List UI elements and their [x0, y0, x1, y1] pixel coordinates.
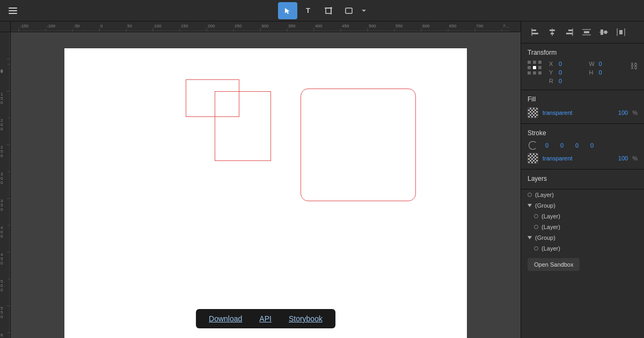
svg-text:400: 400: [315, 24, 323, 28]
svg-text:100: 100: [154, 24, 162, 28]
ruler-left: 1 0 0 1 5 0 2 0 0 2 5 0 3 0 0: [0, 32, 11, 338]
svg-text:0: 0: [1, 180, 3, 185]
origin-dot-ml: [528, 66, 531, 69]
shape-rect-3[interactable]: [301, 89, 416, 201]
svg-text:700: 700: [476, 24, 484, 28]
open-sandbox-button[interactable]: Open Sandbox: [528, 258, 580, 271]
align-left-btn[interactable]: [528, 26, 543, 39]
tools-dropdown-icon: [362, 10, 366, 12]
layer-group-2[interactable]: (Group): [521, 232, 644, 243]
svg-rect-97: [550, 30, 555, 31]
layer-item-3[interactable]: (Layer): [521, 222, 644, 232]
stroke-v2[interactable]: 0: [557, 142, 567, 149]
align-middle-h-btn[interactable]: [596, 26, 611, 39]
distribute-v-btn[interactable]: [579, 26, 594, 39]
crop-tool-btn[interactable]: [319, 2, 338, 19]
svg-rect-94: [532, 30, 536, 31]
stroke-percent-label: %: [632, 155, 638, 161]
distribute-h-btn[interactable]: [613, 26, 628, 39]
stroke-title: Stroke: [528, 129, 638, 137]
stroke-color-name[interactable]: transparent: [543, 155, 608, 161]
stroke-color-row: transparent 100 %: [528, 153, 638, 164]
r-input[interactable]: [559, 78, 580, 84]
fill-opacity-value[interactable]: 100: [612, 109, 628, 116]
ruler-corner: [0, 21, 11, 32]
layer-label-3: (Layer): [541, 224, 560, 230]
svg-text:0: 0: [1, 314, 3, 319]
svg-text:-150: -150: [20, 24, 29, 28]
w-label: W: [589, 61, 597, 67]
origin-dot-bl: [528, 71, 531, 75]
fill-color-name[interactable]: transparent: [543, 109, 608, 116]
stroke-checkerboard: [528, 153, 538, 163]
layer-item-1[interactable]: (Layer): [521, 189, 644, 200]
download-link[interactable]: Download: [209, 314, 242, 323]
select-tool-btn[interactable]: [278, 2, 297, 19]
layer-dot-icon-4: [534, 246, 538, 251]
svg-rect-4: [326, 8, 331, 13]
api-link[interactable]: API: [259, 314, 272, 323]
svg-text:0: 0: [1, 153, 3, 158]
canvas-container[interactable]: -150 -100 -50 0 50 100 150: [0, 21, 521, 338]
x-input[interactable]: [559, 61, 580, 67]
svg-text:0: 0: [1, 127, 3, 131]
fill-row: transparent 100 %: [528, 107, 638, 118]
shape-rect-2[interactable]: [215, 91, 271, 161]
frame-tool-btn[interactable]: [339, 2, 358, 19]
svg-rect-7: [346, 8, 352, 13]
storybook-link[interactable]: Storybook: [289, 314, 323, 323]
svg-rect-2: [9, 13, 17, 14]
ruler-top: -150 -100 -50 0 50 100 150: [11, 21, 521, 32]
svg-text:-100: -100: [47, 24, 56, 28]
main-area: -150 -100 -50 0 50 100 150: [0, 21, 644, 338]
stroke-v1[interactable]: 0: [541, 142, 552, 149]
origin-dot-tr: [538, 61, 541, 64]
svg-rect-100: [568, 30, 573, 31]
layer-label-2: (Layer): [541, 213, 560, 219]
svg-text:0: 0: [1, 100, 3, 105]
svg-text:50: 50: [127, 24, 132, 28]
svg-rect-104: [584, 31, 589, 33]
align-right-btn[interactable]: [562, 26, 577, 39]
svg-text:300: 300: [261, 24, 269, 28]
stroke-corner-icon: [529, 141, 537, 150]
svg-text:0: 0: [1, 69, 3, 74]
stroke-opacity-value[interactable]: 100: [612, 155, 628, 161]
stroke-v3[interactable]: 0: [572, 142, 582, 149]
group-label-2: (Group): [535, 234, 555, 241]
svg-marker-3: [285, 8, 290, 14]
h-input[interactable]: [599, 69, 620, 76]
layer-group-1[interactable]: (Group): [521, 200, 644, 211]
right-panel: Transform X: [521, 21, 644, 338]
x-label: X: [549, 61, 557, 67]
fill-color-swatch[interactable]: [528, 107, 538, 118]
origin-dot-mr: [538, 66, 541, 69]
menu-icon-btn[interactable]: [4, 2, 21, 19]
alignment-row: [521, 21, 644, 43]
layers-section: Layers: [521, 170, 644, 189]
svg-rect-106: [601, 30, 603, 35]
canvas-drawing-area[interactable]: Download API Storybook: [11, 32, 521, 338]
fill-title: Fill: [528, 95, 638, 103]
svg-text:600: 600: [422, 24, 430, 28]
layer-label-4: (Layer): [541, 245, 560, 252]
stroke-v4[interactable]: 0: [587, 142, 597, 149]
layer-item-2[interactable]: (Layer): [521, 211, 644, 222]
w-input[interactable]: [599, 61, 620, 67]
origin-dot-bc: [533, 71, 536, 75]
origin-dots[interactable]: [528, 61, 543, 76]
stroke-section: Stroke 0 0 0 0 transparent 100 %: [521, 124, 644, 170]
align-center-h-btn[interactable]: [545, 26, 560, 39]
svg-text:0: 0: [1, 234, 3, 239]
layer-item-4[interactable]: (Layer): [521, 243, 644, 254]
stroke-color-swatch[interactable]: [528, 153, 538, 164]
svg-text:0: 0: [1, 207, 3, 212]
fill-percent-label: %: [632, 109, 638, 116]
lock-aspect-btn[interactable]: ⛓: [630, 62, 638, 70]
svg-text:0: 0: [100, 24, 103, 28]
layer-label-1: (Layer): [535, 192, 554, 198]
canvas-white: [64, 48, 467, 338]
origin-dot-tc: [533, 61, 536, 64]
y-input[interactable]: [559, 69, 580, 76]
text-tool-btn[interactable]: T: [298, 2, 318, 19]
